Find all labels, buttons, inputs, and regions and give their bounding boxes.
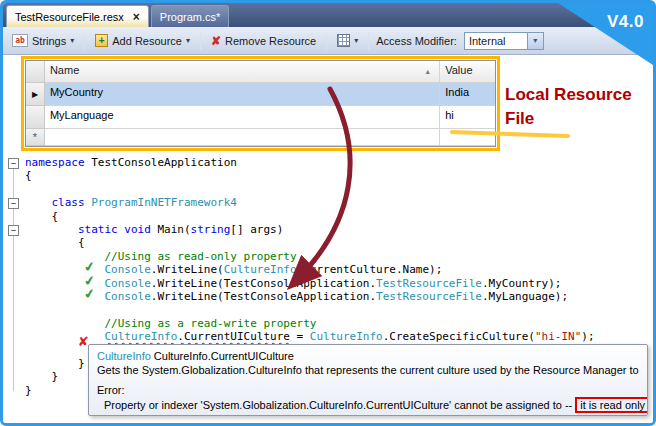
strings-label: Strings	[32, 35, 66, 47]
annotation-line2: File	[505, 107, 632, 131]
remove-resource-button[interactable]: ✘ Remove Resource	[208, 33, 319, 49]
code-token: Console	[104, 277, 150, 290]
code-line: //Using as a read-write property	[25, 317, 653, 330]
access-modifier-value: Internal	[465, 33, 527, 49]
code-token: TestResourceFile	[376, 290, 482, 303]
tab-testresourcefile-resx[interactable]: TestResourceFile.resx×	[6, 5, 149, 27]
signature-type: CultureInfo	[97, 350, 151, 362]
chevron-down-icon: ▾	[70, 36, 74, 45]
code-line: − class ProgramInNETFramework4	[25, 196, 653, 209]
access-modifier-combobox[interactable]: Internal ▾	[464, 32, 544, 50]
combobox-dropdown-button[interactable]: ▾	[527, 33, 543, 49]
remove-resource-icon: ✘	[211, 35, 221, 47]
code-token: [] args)	[230, 223, 283, 236]
grid-new-row[interactable]: *	[26, 129, 495, 146]
grid-row[interactable]: MyLanguagehi	[26, 106, 495, 129]
vs-window: TestResourceFile.resx×Program.cs* ab Str…	[0, 0, 656, 426]
code-line: {	[25, 169, 653, 182]
add-resource-label: Add Resource	[112, 35, 182, 47]
remove-resource-label: Remove Resource	[225, 35, 316, 47]
grid-header-value[interactable]: Value	[440, 61, 495, 83]
resource-grid: Name ▲ Value ▶MyCountryIndiaMyLanguagehi…	[25, 60, 496, 147]
code-token: .MyLanguage);	[482, 290, 568, 303]
name-cell[interactable]: MyCountry	[45, 83, 440, 106]
error-highlight: it is read only	[575, 397, 648, 413]
code-token: CultureInfo	[104, 330, 177, 343]
error-message: Property or indexer 'System.Globalizatio…	[104, 399, 572, 411]
chevron-down-icon: ▾	[354, 36, 358, 45]
code-token: }	[25, 384, 32, 397]
tooltip-signature: CultureInfo CultureInfo.CurrentUICulture	[97, 350, 639, 364]
code-token: ProgramInNETFramework4	[85, 196, 237, 209]
code-token: //Using as a read-write property	[104, 317, 316, 330]
resource-grid-body: ▶MyCountryIndiaMyLanguagehi*	[26, 83, 495, 146]
value-cell[interactable]: hi	[440, 106, 495, 129]
toolbar-separator	[326, 32, 327, 50]
code-token	[25, 317, 104, 330]
code-token: }	[25, 357, 85, 370]
code-token: );	[581, 330, 594, 343]
code-token	[25, 196, 52, 209]
code-line: − static void Main(string[] args)	[25, 223, 653, 236]
error-tooltip: CultureInfo CultureInfo.CurrentUICulture…	[88, 344, 648, 416]
view-options-button[interactable]: ▾	[334, 32, 361, 49]
name-cell[interactable]	[45, 129, 440, 146]
version-label: V4.0	[607, 12, 644, 32]
code-line: ✘ CultureInfo.CurrentUICulture = Culture…	[25, 330, 653, 343]
code-token	[25, 223, 78, 236]
toolbar-separator	[84, 32, 85, 50]
code-line: {	[25, 236, 653, 249]
code-line: ✔ Console.WriteLine(TestConsoleApplicati…	[25, 290, 653, 303]
tab-label: Program.cs*	[160, 11, 221, 23]
fold-collapse-icon[interactable]: −	[8, 225, 19, 236]
local-resource-annotation: Local Resource File	[505, 83, 632, 131]
code-token: .CurrentCulture.Name);	[297, 263, 443, 276]
signature-member: CultureInfo.CurrentUICulture	[151, 350, 294, 362]
code-token: class	[52, 196, 85, 209]
tooltip-description: Gets the System.Globalization.CultureInf…	[97, 364, 639, 378]
code-token: =	[290, 330, 310, 343]
tab-label: TestResourceFile.resx	[15, 11, 124, 23]
fold-collapse-icon[interactable]: −	[8, 198, 19, 209]
toolbar-separator	[200, 32, 201, 50]
row-header-cell	[26, 106, 45, 129]
name-cell[interactable]: MyLanguage	[45, 106, 440, 129]
strings-dropdown-button[interactable]: ab Strings ▾	[9, 32, 77, 49]
tooltip-error-text: Property or indexer 'System.Globalizatio…	[97, 397, 639, 413]
grid-row[interactable]: ▶MyCountryIndia	[26, 83, 495, 106]
code-token: CultureInfo	[310, 330, 383, 343]
current-row-icon: ▶	[26, 83, 45, 106]
tab-program-cs-[interactable]: Program.cs*	[151, 5, 230, 27]
code-token: CultureInfo	[224, 263, 297, 276]
code-token: TestResourceFile	[376, 277, 482, 290]
grid-view-icon	[337, 34, 350, 47]
code-token: Console	[104, 290, 150, 303]
code-token: .CurrentUICulture	[177, 330, 290, 343]
value-cell[interactable]: India	[440, 83, 495, 106]
chevron-down-icon: ▾	[533, 36, 537, 45]
annotation-line1: Local Resource	[505, 83, 632, 107]
code-token	[25, 330, 104, 343]
code-token: }	[25, 370, 58, 383]
code-token: "hi-IN"	[535, 330, 581, 343]
fold-collapse-icon[interactable]: −	[8, 158, 19, 169]
code-token: Main(	[151, 223, 191, 236]
code-token: void	[124, 223, 151, 236]
add-resource-button[interactable]: + Add Resource ▾	[92, 32, 193, 49]
access-modifier-label: Access Modifier:	[376, 35, 457, 47]
toolbar-separator	[368, 32, 369, 50]
document-tab-bar: TestResourceFile.resx×Program.cs*	[3, 3, 653, 27]
tooltip-error-label: Error:	[97, 384, 639, 397]
grid-header-name[interactable]: Name ▲	[45, 61, 440, 83]
new-row-icon: *	[26, 129, 45, 146]
close-icon[interactable]: ×	[133, 12, 140, 22]
strings-icon: ab	[12, 34, 28, 47]
code-line	[25, 183, 653, 196]
sort-ascending-icon: ▲	[424, 68, 431, 75]
code-token: namespace	[25, 156, 85, 169]
chevron-down-icon: ▾	[186, 36, 190, 45]
value-column-label: Value	[445, 64, 472, 76]
code-token: {	[25, 169, 32, 182]
code-token: .WriteLine(TestConsoleApplication.	[151, 290, 376, 303]
code-token: //Using as read-only property	[104, 250, 296, 263]
